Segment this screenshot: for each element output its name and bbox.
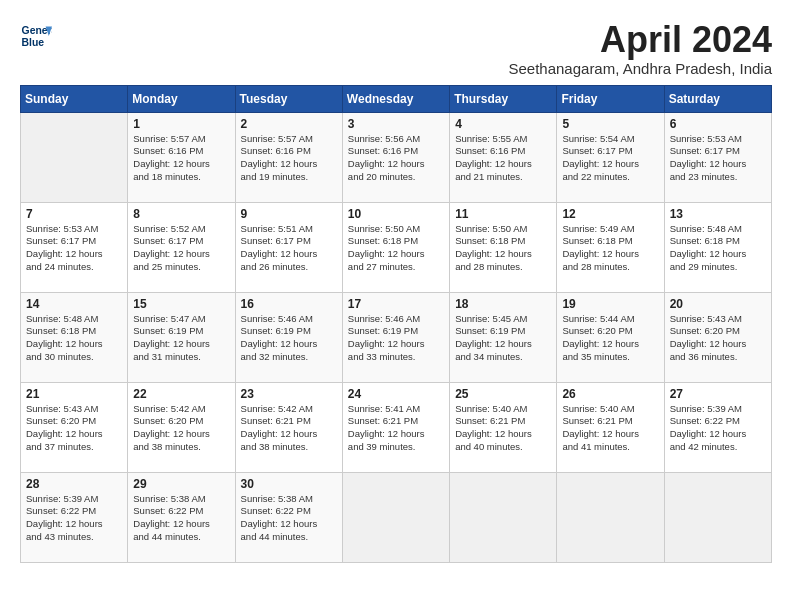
cell-info: Sunrise: 5:39 AM Sunset: 6:22 PM Dayligh… (26, 493, 122, 544)
day-number: 6 (670, 117, 766, 131)
calendar-week-row: 21Sunrise: 5:43 AM Sunset: 6:20 PM Dayli… (21, 382, 772, 472)
cell-info: Sunrise: 5:57 AM Sunset: 6:16 PM Dayligh… (241, 133, 337, 184)
calendar-cell: 14Sunrise: 5:48 AM Sunset: 6:18 PM Dayli… (21, 292, 128, 382)
cell-info: Sunrise: 5:50 AM Sunset: 6:18 PM Dayligh… (348, 223, 444, 274)
calendar-cell: 10Sunrise: 5:50 AM Sunset: 6:18 PM Dayli… (342, 202, 449, 292)
calendar-cell (342, 472, 449, 562)
cell-info: Sunrise: 5:56 AM Sunset: 6:16 PM Dayligh… (348, 133, 444, 184)
calendar-week-row: 1Sunrise: 5:57 AM Sunset: 6:16 PM Daylig… (21, 112, 772, 202)
day-number: 27 (670, 387, 766, 401)
calendar-cell: 8Sunrise: 5:52 AM Sunset: 6:17 PM Daylig… (128, 202, 235, 292)
calendar-cell: 16Sunrise: 5:46 AM Sunset: 6:19 PM Dayli… (235, 292, 342, 382)
day-number: 7 (26, 207, 122, 221)
day-number: 10 (348, 207, 444, 221)
day-number: 25 (455, 387, 551, 401)
calendar-cell: 2Sunrise: 5:57 AM Sunset: 6:16 PM Daylig… (235, 112, 342, 202)
calendar-cell: 12Sunrise: 5:49 AM Sunset: 6:18 PM Dayli… (557, 202, 664, 292)
day-number: 19 (562, 297, 658, 311)
day-of-week-header: Tuesday (235, 85, 342, 112)
cell-info: Sunrise: 5:52 AM Sunset: 6:17 PM Dayligh… (133, 223, 229, 274)
svg-text:Blue: Blue (22, 37, 45, 48)
cell-info: Sunrise: 5:38 AM Sunset: 6:22 PM Dayligh… (133, 493, 229, 544)
logo: General Blue (20, 20, 52, 52)
calendar-cell: 18Sunrise: 5:45 AM Sunset: 6:19 PM Dayli… (450, 292, 557, 382)
month-year-title: April 2024 (508, 20, 772, 60)
calendar-cell: 7Sunrise: 5:53 AM Sunset: 6:17 PM Daylig… (21, 202, 128, 292)
cell-info: Sunrise: 5:51 AM Sunset: 6:17 PM Dayligh… (241, 223, 337, 274)
calendar-cell: 20Sunrise: 5:43 AM Sunset: 6:20 PM Dayli… (664, 292, 771, 382)
day-number: 9 (241, 207, 337, 221)
day-number: 3 (348, 117, 444, 131)
calendar-cell: 26Sunrise: 5:40 AM Sunset: 6:21 PM Dayli… (557, 382, 664, 472)
day-number: 13 (670, 207, 766, 221)
cell-info: Sunrise: 5:47 AM Sunset: 6:19 PM Dayligh… (133, 313, 229, 364)
cell-info: Sunrise: 5:50 AM Sunset: 6:18 PM Dayligh… (455, 223, 551, 274)
calendar-cell: 30Sunrise: 5:38 AM Sunset: 6:22 PM Dayli… (235, 472, 342, 562)
day-number: 1 (133, 117, 229, 131)
cell-info: Sunrise: 5:39 AM Sunset: 6:22 PM Dayligh… (670, 403, 766, 454)
day-number: 16 (241, 297, 337, 311)
cell-info: Sunrise: 5:55 AM Sunset: 6:16 PM Dayligh… (455, 133, 551, 184)
day-number: 29 (133, 477, 229, 491)
day-number: 2 (241, 117, 337, 131)
cell-info: Sunrise: 5:38 AM Sunset: 6:22 PM Dayligh… (241, 493, 337, 544)
day-number: 21 (26, 387, 122, 401)
day-number: 30 (241, 477, 337, 491)
day-number: 5 (562, 117, 658, 131)
calendar-header-row: SundayMondayTuesdayWednesdayThursdayFrid… (21, 85, 772, 112)
day-of-week-header: Wednesday (342, 85, 449, 112)
calendar-cell (450, 472, 557, 562)
cell-info: Sunrise: 5:46 AM Sunset: 6:19 PM Dayligh… (348, 313, 444, 364)
calendar-cell: 17Sunrise: 5:46 AM Sunset: 6:19 PM Dayli… (342, 292, 449, 382)
day-of-week-header: Monday (128, 85, 235, 112)
day-number: 18 (455, 297, 551, 311)
calendar-cell: 28Sunrise: 5:39 AM Sunset: 6:22 PM Dayli… (21, 472, 128, 562)
day-of-week-header: Friday (557, 85, 664, 112)
day-number: 26 (562, 387, 658, 401)
logo-icon: General Blue (20, 20, 52, 52)
calendar-table: SundayMondayTuesdayWednesdayThursdayFrid… (20, 85, 772, 563)
day-number: 22 (133, 387, 229, 401)
cell-info: Sunrise: 5:40 AM Sunset: 6:21 PM Dayligh… (455, 403, 551, 454)
day-of-week-header: Saturday (664, 85, 771, 112)
calendar-cell: 24Sunrise: 5:41 AM Sunset: 6:21 PM Dayli… (342, 382, 449, 472)
calendar-week-row: 14Sunrise: 5:48 AM Sunset: 6:18 PM Dayli… (21, 292, 772, 382)
calendar-cell (557, 472, 664, 562)
calendar-cell: 6Sunrise: 5:53 AM Sunset: 6:17 PM Daylig… (664, 112, 771, 202)
calendar-cell: 27Sunrise: 5:39 AM Sunset: 6:22 PM Dayli… (664, 382, 771, 472)
calendar-cell: 25Sunrise: 5:40 AM Sunset: 6:21 PM Dayli… (450, 382, 557, 472)
day-number: 8 (133, 207, 229, 221)
cell-info: Sunrise: 5:43 AM Sunset: 6:20 PM Dayligh… (26, 403, 122, 454)
day-of-week-header: Sunday (21, 85, 128, 112)
calendar-cell: 5Sunrise: 5:54 AM Sunset: 6:17 PM Daylig… (557, 112, 664, 202)
cell-info: Sunrise: 5:41 AM Sunset: 6:21 PM Dayligh… (348, 403, 444, 454)
day-number: 20 (670, 297, 766, 311)
calendar-cell: 9Sunrise: 5:51 AM Sunset: 6:17 PM Daylig… (235, 202, 342, 292)
day-number: 15 (133, 297, 229, 311)
calendar-cell: 23Sunrise: 5:42 AM Sunset: 6:21 PM Dayli… (235, 382, 342, 472)
day-number: 24 (348, 387, 444, 401)
day-number: 28 (26, 477, 122, 491)
title-block: April 2024 Seethanagaram, Andhra Pradesh… (508, 20, 772, 77)
calendar-cell: 11Sunrise: 5:50 AM Sunset: 6:18 PM Dayli… (450, 202, 557, 292)
calendar-cell: 22Sunrise: 5:42 AM Sunset: 6:20 PM Dayli… (128, 382, 235, 472)
cell-info: Sunrise: 5:40 AM Sunset: 6:21 PM Dayligh… (562, 403, 658, 454)
page-header: General Blue April 2024 Seethanagaram, A… (20, 20, 772, 77)
cell-info: Sunrise: 5:48 AM Sunset: 6:18 PM Dayligh… (670, 223, 766, 274)
cell-info: Sunrise: 5:54 AM Sunset: 6:17 PM Dayligh… (562, 133, 658, 184)
day-of-week-header: Thursday (450, 85, 557, 112)
day-number: 12 (562, 207, 658, 221)
calendar-cell: 21Sunrise: 5:43 AM Sunset: 6:20 PM Dayli… (21, 382, 128, 472)
cell-info: Sunrise: 5:57 AM Sunset: 6:16 PM Dayligh… (133, 133, 229, 184)
calendar-cell: 3Sunrise: 5:56 AM Sunset: 6:16 PM Daylig… (342, 112, 449, 202)
calendar-week-row: 28Sunrise: 5:39 AM Sunset: 6:22 PM Dayli… (21, 472, 772, 562)
day-number: 4 (455, 117, 551, 131)
calendar-cell: 29Sunrise: 5:38 AM Sunset: 6:22 PM Dayli… (128, 472, 235, 562)
cell-info: Sunrise: 5:42 AM Sunset: 6:20 PM Dayligh… (133, 403, 229, 454)
day-number: 14 (26, 297, 122, 311)
cell-info: Sunrise: 5:44 AM Sunset: 6:20 PM Dayligh… (562, 313, 658, 364)
calendar-cell: 13Sunrise: 5:48 AM Sunset: 6:18 PM Dayli… (664, 202, 771, 292)
cell-info: Sunrise: 5:46 AM Sunset: 6:19 PM Dayligh… (241, 313, 337, 364)
cell-info: Sunrise: 5:43 AM Sunset: 6:20 PM Dayligh… (670, 313, 766, 364)
calendar-week-row: 7Sunrise: 5:53 AM Sunset: 6:17 PM Daylig… (21, 202, 772, 292)
